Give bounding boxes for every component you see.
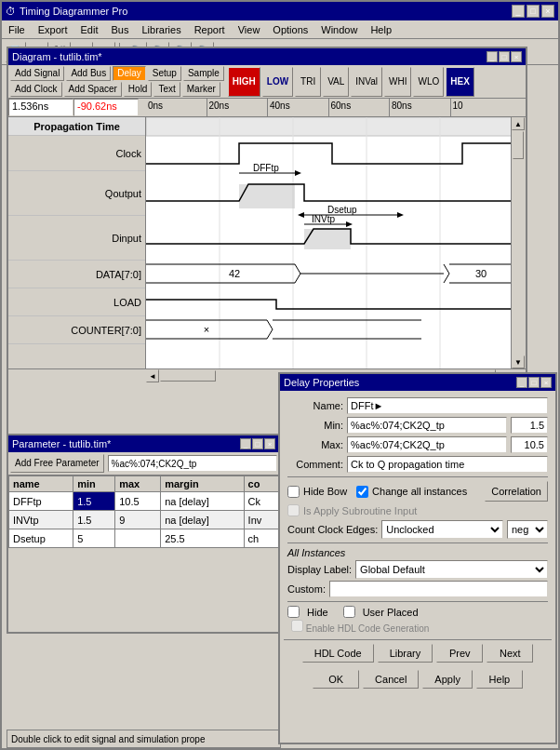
high-button[interactable]: HIGH (228, 67, 260, 97)
time-value-1: 1.536ns (8, 99, 73, 116)
menu-report[interactable]: Report (192, 23, 228, 36)
menu-export[interactable]: Export (35, 23, 71, 36)
time-display: 1.536ns -90.62ns (8, 99, 146, 116)
marker-button[interactable]: Marker (182, 82, 220, 97)
tri-button[interactable]: TRI (295, 67, 321, 97)
apply-sub-checkbox[interactable] (287, 504, 300, 516)
scroll-down-button[interactable]: ▼ (512, 355, 525, 368)
param-minimize[interactable]: _ (240, 438, 251, 449)
hex-button[interactable]: HEX (446, 67, 474, 97)
row2-co: Inv (244, 511, 278, 529)
hold-button[interactable]: Hold (124, 82, 153, 97)
delay-dialog-title-bar: Delay Properties _ □ × (280, 374, 555, 391)
delay-button[interactable]: Delay (113, 66, 146, 81)
scroll-up-button[interactable]: ▲ (512, 117, 525, 130)
inval-button[interactable]: INVal (351, 67, 382, 97)
max-input[interactable] (347, 436, 507, 453)
diagram-close[interactable]: × (511, 51, 522, 62)
hdl-code-button[interactable]: HDL Code (302, 644, 374, 663)
ok-button[interactable]: OK (313, 670, 359, 689)
diagram-window-buttons: _ □ × (487, 51, 522, 62)
val-button[interactable]: VAL (323, 67, 349, 97)
menu-window[interactable]: Window (318, 23, 360, 36)
time-80ns: 80ns (390, 99, 451, 116)
menu-help[interactable]: Help (367, 23, 394, 36)
sample-button[interactable]: Sample (183, 66, 224, 81)
parameter-window: Parameter - tutlib.tim* _ □ × Add Free P… (7, 434, 281, 634)
low-button[interactable]: LOW (262, 67, 293, 97)
vertical-scrollbar[interactable]: ▲ ▼ (511, 117, 526, 368)
wlo-button[interactable]: WLO (413, 67, 444, 97)
min-input[interactable] (347, 417, 507, 434)
table-row[interactable]: DFFtp 1.5 10.5 na [delay] Ck (9, 492, 279, 511)
svg-text:×: × (204, 324, 209, 335)
delay-dialog-close[interactable]: × (540, 377, 552, 388)
minimize-button[interactable]: _ (512, 5, 525, 18)
text-button[interactable]: Text (153, 82, 180, 97)
table-row[interactable]: Dsetup 5 25.5 ch (9, 529, 279, 548)
whi-button[interactable]: WHI (384, 67, 411, 97)
min-row: Min: (287, 417, 548, 434)
name-input[interactable] (347, 397, 548, 414)
name-row: Name: (287, 397, 548, 414)
param-table-container[interactable]: name min max margin co DFFtp 1.5 10.5 na… (8, 475, 279, 606)
custom-input[interactable] (329, 581, 548, 597)
diagram-maximize[interactable]: □ (499, 51, 510, 62)
next-button[interactable]: Next (487, 644, 533, 663)
change-all-checkbox[interactable] (356, 486, 368, 498)
signal-names-column: Propagation Time Clock Qoutput Dinput DA… (8, 117, 146, 368)
min-number[interactable] (511, 417, 548, 434)
apply-button[interactable]: Apply (422, 670, 473, 689)
add-free-param-button[interactable]: Add Free Parameter (10, 454, 104, 473)
time-ruler: 0ns 20ns 40ns 60ns 80ns 10 (146, 99, 511, 116)
param-maximize[interactable]: □ (252, 438, 263, 449)
hide-checkbox[interactable] (287, 606, 300, 618)
menu-bus[interactable]: Bus (109, 23, 132, 36)
delay-dialog-minimize[interactable]: _ (516, 377, 527, 388)
separator-1 (287, 476, 548, 477)
library-button[interactable]: Library (378, 644, 433, 663)
cancel-button[interactable]: Cancel (363, 670, 419, 689)
diagram-minimize[interactable]: _ (487, 51, 498, 62)
apply-sub-row: Is Apply Subroutine Input (287, 504, 548, 516)
prev-button[interactable]: Prev (436, 644, 483, 663)
add-clock-button[interactable]: Add Clock (10, 82, 62, 97)
param-input[interactable] (108, 455, 277, 472)
count-clock-select[interactable]: Unclocked Rising Falling (381, 520, 503, 539)
add-bus-button[interactable]: Add Bus (66, 66, 111, 81)
time-end: 10 (451, 99, 512, 116)
svg-line-30 (267, 320, 273, 329)
scroll-thumb[interactable] (513, 131, 524, 159)
hdl-checkbox[interactable] (291, 620, 303, 632)
hide-bow-checkbox[interactable] (287, 486, 300, 498)
display-label-select[interactable]: Global Default Name Value None (355, 560, 548, 579)
h-scroll-thumb[interactable] (160, 370, 216, 382)
app-icon: ⏱ (6, 6, 16, 17)
maximize-button[interactable]: □ (527, 5, 540, 18)
table-row[interactable]: INVtp 1.5 9 na [delay] Inv (9, 511, 279, 529)
delay-dialog-maximize[interactable]: □ (528, 377, 540, 388)
close-button[interactable]: × (541, 5, 554, 18)
neg-select[interactable]: neg pos (507, 520, 548, 539)
setup-button[interactable]: Setup (148, 66, 181, 81)
add-signal-button[interactable]: Add Signal (10, 66, 64, 81)
menu-file[interactable]: File (6, 23, 28, 36)
menu-view[interactable]: View (235, 23, 263, 36)
waveform-svg-area[interactable]: DFFtp Dsetup INVtp (146, 117, 511, 368)
comment-input[interactable] (347, 456, 548, 473)
time-value-2: -90.62ns (73, 99, 139, 116)
signal-label-counter: COUNTER[7:0] (71, 325, 141, 336)
row1-max: 10.5 (115, 492, 161, 511)
time-display-row: 1.536ns -90.62ns 0ns 20ns 40ns 60ns 80ns… (8, 99, 526, 117)
menu-libraries[interactable]: Libraries (139, 23, 183, 36)
param-close[interactable]: × (264, 438, 275, 449)
menu-options[interactable]: Options (270, 23, 311, 36)
add-spacer-button[interactable]: Add Spacer (64, 82, 122, 97)
svg-marker-6 (295, 170, 301, 176)
help-button[interactable]: Help (476, 670, 523, 689)
user-placed-checkbox[interactable] (343, 606, 355, 618)
max-number[interactable] (511, 436, 548, 453)
menu-edit[interactable]: Edit (78, 23, 101, 36)
correlation-button[interactable]: Correlation (485, 481, 548, 502)
scroll-left-button[interactable]: ◄ (146, 369, 159, 382)
